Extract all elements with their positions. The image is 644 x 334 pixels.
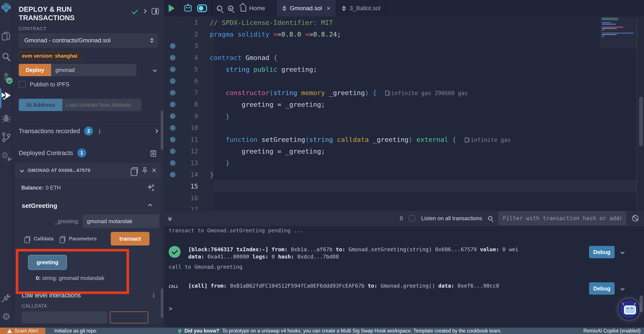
panel-scrollbar-thumb[interactable]	[161, 288, 163, 318]
transaction-log-entry[interactable]: [block:7646317 txIndex:-] from: 0xb1a...…	[169, 246, 644, 260]
ai-robot-icon[interactable]	[184, 5, 192, 11]
solidity-compiler-icon[interactable]	[0, 72, 12, 82]
remix-logo[interactable]	[0, 2, 12, 13]
code-line-1[interactable]: 1// SPDX-License-Identifier: MIT	[164, 16, 644, 28]
expand-log-icon[interactable]	[620, 250, 624, 254]
file-explorer-icon[interactable]	[0, 31, 12, 41]
git-init-button[interactable]: Initialize as git repo	[54, 328, 96, 334]
pin-panel-icon[interactable]	[152, 8, 159, 14]
tab-home[interactable]: Home	[239, 5, 272, 12]
scam-alert-button[interactable]: Scam Alert	[0, 328, 45, 334]
trash-icon[interactable]	[150, 149, 157, 157]
gutter-dot[interactable]	[170, 55, 176, 60]
at-address-input[interactable]	[62, 99, 141, 111]
gutter-dot[interactable]	[170, 20, 176, 25]
listen-all-checkbox[interactable]	[409, 215, 415, 222]
editor-scrollbar-track[interactable]	[637, 16, 644, 210]
plugin-manager-icon[interactable]	[0, 293, 12, 303]
code-line-12[interactable]: 12 greeting = _greeting;	[164, 145, 644, 157]
remix-ai-assistant-button[interactable]	[619, 299, 639, 320]
code-line-15[interactable]: 15	[164, 180, 644, 192]
search-icon[interactable]	[0, 52, 12, 61]
code-line-14[interactable]: 14}	[164, 169, 644, 180]
gutter-dot[interactable]	[170, 160, 176, 166]
greeting-getter-button[interactable]: greeting	[28, 255, 67, 270]
gutter-dot[interactable]	[170, 102, 176, 107]
gutter-dot[interactable]	[170, 195, 176, 201]
ai-toggle-icon[interactable]	[197, 4, 207, 12]
gutter-dot[interactable]	[170, 125, 176, 131]
terminal-prompt[interactable]: >	[169, 305, 644, 312]
code-editor[interactable]: 1// SPDX-License-Identifier: MIT2pragma …	[164, 16, 644, 210]
code-line-4[interactable]: 4contract Gmonad {	[164, 52, 644, 63]
greeting-param-input[interactable]	[83, 214, 159, 228]
code-line-3[interactable]: 3	[164, 40, 644, 52]
zoom-in-icon[interactable]: +	[228, 5, 234, 11]
code-line-17[interactable]: 17	[164, 204, 644, 210]
debug-button[interactable]: Debug	[589, 246, 614, 258]
constructor-arg-input[interactable]	[51, 64, 136, 76]
code-line-9[interactable]: 9 }	[164, 110, 644, 122]
minimap[interactable]	[600, 16, 637, 210]
transaction-filter-input[interactable]	[498, 211, 626, 225]
code-line-8[interactable]: 8 greeting = _greeting;	[164, 98, 644, 110]
ai-sparkles-icon[interactable]	[146, 183, 155, 192]
collapse-terminal-icon[interactable]	[169, 216, 171, 220]
copy-calldata-icon[interactable]	[26, 236, 30, 241]
chevron-right-icon[interactable]	[142, 9, 147, 13]
gutter-dot[interactable]	[170, 148, 176, 154]
copy-address-icon[interactable]	[132, 167, 138, 174]
settings-icon[interactable]: ⚙	[0, 312, 12, 321]
run-script-icon[interactable]	[169, 4, 175, 12]
low-level-transact-button[interactable]	[110, 312, 148, 323]
info-icon[interactable]: i	[98, 128, 100, 135]
gutter-dot[interactable]	[170, 137, 176, 142]
deploy-run-icon[interactable]	[0, 92, 12, 101]
git-icon[interactable]	[0, 132, 12, 142]
code-line-2[interactable]: 2pragma solidity >=0.8.0 <=0.8.24;	[164, 28, 644, 40]
chevron-down-icon[interactable]	[20, 168, 24, 173]
expand-deploy-icon[interactable]	[153, 68, 157, 72]
contract-instance-header[interactable]: GMONAD AT 0X606...67579 ×	[15, 163, 161, 178]
zoom-out-icon[interactable]: -	[217, 5, 222, 11]
terminal-scrollbar-thumb[interactable]	[640, 296, 643, 312]
debugger-icon[interactable]	[0, 114, 12, 123]
editor-scrollbar-thumb[interactable]	[639, 97, 643, 146]
code-line-16[interactable]: 16	[164, 192, 644, 204]
low-level-calldata-input[interactable]	[22, 312, 107, 323]
chevron-right-icon[interactable]	[154, 129, 158, 133]
code-line-5[interactable]: 5 string public greeting;	[164, 63, 644, 75]
code-line-7[interactable]: 7 constructor(string memory _greeting) {…	[164, 87, 644, 98]
gutter-dot[interactable]	[170, 184, 176, 189]
gutter-dot[interactable]	[170, 172, 176, 177]
code-line-10[interactable]: 10	[164, 122, 644, 134]
gutter-dot[interactable]	[170, 31, 176, 37]
clear-console-icon[interactable]	[632, 215, 638, 222]
code-line-11[interactable]: 11 function setGreeting(string calldata …	[164, 134, 644, 145]
deploy-button[interactable]: Deploy	[19, 64, 51, 76]
gutter-dot[interactable]	[170, 67, 176, 72]
gutter-dot[interactable]	[170, 78, 176, 84]
gutter-dot[interactable]	[170, 90, 176, 95]
info-icon[interactable]: i	[153, 292, 154, 299]
close-tab-icon[interactable]: ×	[327, 5, 330, 12]
contract-select[interactable]: Gmonad - contracts/Gmonad.sol	[19, 33, 158, 48]
transact-button[interactable]: transact	[111, 232, 150, 246]
expand-log-icon[interactable]	[620, 286, 624, 291]
gutter-dot[interactable]	[170, 113, 176, 119]
tab-ballot[interactable]: 3_Ballot.sol	[336, 0, 386, 16]
code-line-6[interactable]: 6	[164, 75, 644, 87]
debug-button[interactable]: Debug	[589, 282, 614, 295]
chevron-up-icon[interactable]	[148, 204, 152, 208]
gutter-dot[interactable]	[170, 43, 176, 49]
call-log-entry[interactable]: CALL [call] from: 0xB1aB62fdFC104512F594…	[169, 282, 644, 290]
code-line-13[interactable]: 13 }	[164, 157, 644, 169]
tab-gmonad[interactable]: Gmonad.sol ×	[277, 0, 336, 16]
panel-scrollbar-thumb[interactable]	[161, 111, 163, 150]
terminal-log[interactable]: transact to Gmonad.setGreeting pending .…	[164, 226, 644, 312]
pin-icon[interactable]	[142, 167, 148, 174]
unit-testing-icon[interactable]: ⚙ ▶	[0, 151, 12, 162]
publish-ipfs-checkbox[interactable]	[19, 81, 26, 88]
copy-parameters-icon[interactable]	[61, 236, 66, 241]
transactions-recorded-section[interactable]: Transactions recorded 2 i	[12, 120, 164, 142]
